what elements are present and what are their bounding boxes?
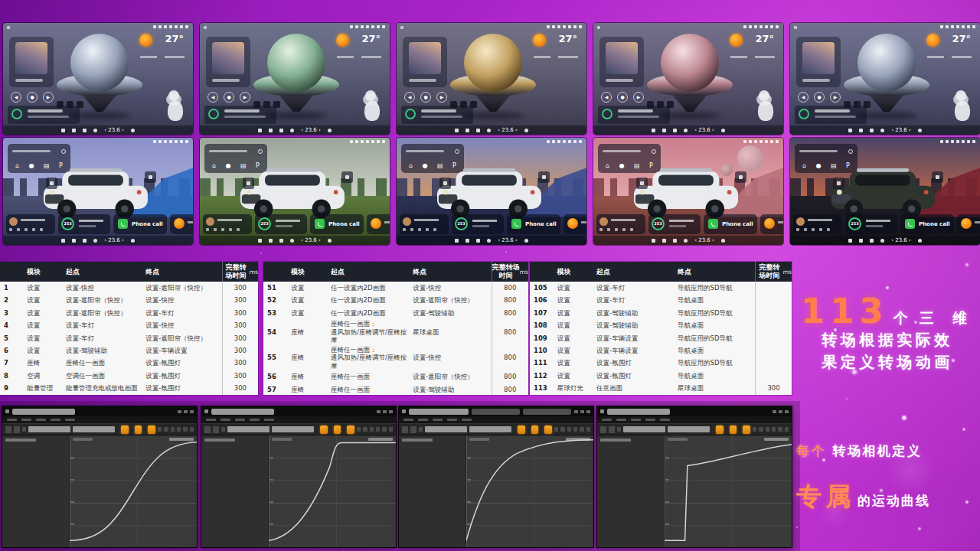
- tool-icon[interactable]: [402, 426, 408, 433]
- seat-memory-badge[interactable]: [647, 101, 654, 108]
- minimize-icon[interactable]: [178, 410, 181, 413]
- driver-profile-card[interactable]: [203, 214, 252, 234]
- user-icon[interactable]: ●: [29, 162, 34, 170]
- ar-control-button[interactable]: [439, 178, 451, 189]
- car-icon[interactable]: [673, 239, 677, 243]
- tool-icon[interactable]: [389, 427, 393, 432]
- curve-graph-area[interactable]: [70, 435, 197, 547]
- weather-widget[interactable]: 27°: [923, 32, 975, 64]
- seat-memory-badge[interactable]: [273, 101, 280, 108]
- key-button[interactable]: [544, 425, 552, 434]
- timeline-segment[interactable]: [73, 426, 115, 432]
- timeline-segment[interactable]: [28, 426, 70, 432]
- tool-icon[interactable]: [617, 427, 621, 432]
- window-tab[interactable]: [12, 409, 75, 415]
- phone-icon[interactable]: [487, 239, 491, 243]
- user-icon[interactable]: ●: [816, 162, 822, 170]
- phone-icon[interactable]: [93, 239, 97, 243]
- ar-control-button[interactable]: [243, 178, 254, 189]
- home-icon[interactable]: [455, 239, 459, 243]
- climate-temperature[interactable]: ‹ 23.6 ›: [694, 126, 714, 135]
- weather-mini-card[interactable]: [760, 214, 783, 234]
- timeline-segment[interactable]: [668, 426, 710, 432]
- tool-icon[interactable]: [158, 427, 162, 432]
- window-title-bar[interactable]: [399, 406, 593, 416]
- tool-icon[interactable]: [204, 426, 211, 433]
- phone-call-card[interactable]: Phone call: [310, 214, 364, 234]
- car-3d-model[interactable]: [38, 168, 154, 220]
- apps-icon[interactable]: [662, 239, 666, 243]
- voice-mic-button[interactable]: ●: [224, 92, 234, 103]
- driver-profile-card[interactable]: [793, 214, 842, 234]
- timeline-segment[interactable]: [227, 426, 270, 432]
- properties-sidebar[interactable]: [597, 435, 665, 547]
- voice-mic-button[interactable]: ●: [27, 92, 38, 103]
- key-button[interactable]: [334, 425, 341, 434]
- key-button[interactable]: [347, 425, 354, 434]
- music-player-card[interactable]: [796, 37, 841, 87]
- range-gauge-card[interactable]: 253: [58, 214, 110, 234]
- tool-icon[interactable]: [766, 427, 769, 432]
- maximize-icon[interactable]: [779, 410, 782, 413]
- previous-track-button[interactable]: ◀: [11, 92, 21, 103]
- close-icon[interactable]: [586, 410, 590, 413]
- user-icon[interactable]: ●: [226, 162, 231, 170]
- curve-graph-area[interactable]: [665, 435, 792, 547]
- window-title-bar[interactable]: [2, 406, 197, 416]
- apps-icon[interactable]: [662, 129, 666, 132]
- ar-control-button[interactable]: [341, 171, 353, 183]
- properties-sidebar[interactable]: [201, 435, 269, 547]
- timeline-segment[interactable]: [469, 426, 511, 432]
- fan-icon[interactable]: [721, 239, 725, 243]
- tool-icon[interactable]: [573, 427, 577, 432]
- search-input[interactable]: [209, 150, 247, 152]
- tool-icon[interactable]: [567, 427, 571, 432]
- curve-graph-area[interactable]: [269, 435, 396, 547]
- tool-icon[interactable]: [580, 427, 583, 432]
- tool-icon[interactable]: [554, 427, 558, 432]
- phone-call-card[interactable]: Phone call: [507, 214, 560, 234]
- timeline-segment[interactable]: [623, 426, 665, 432]
- key-button[interactable]: [320, 425, 328, 434]
- apps-icon[interactable]: [859, 239, 863, 243]
- tool-icon[interactable]: [600, 426, 606, 433]
- key-button[interactable]: [148, 425, 155, 434]
- weather-mini-card[interactable]: [170, 214, 193, 234]
- close-icon[interactable]: [785, 410, 789, 413]
- home-icon[interactable]: [652, 239, 655, 243]
- seat-memory-badge[interactable]: [460, 101, 467, 108]
- seat-memory-badge[interactable]: [657, 101, 664, 108]
- key-button[interactable]: [135, 425, 142, 434]
- climate-temperature[interactable]: ‹ 23.6 ›: [498, 126, 518, 135]
- tool-icon[interactable]: [560, 427, 564, 432]
- search-input[interactable]: [603, 150, 641, 152]
- next-track-button[interactable]: ▶: [830, 92, 841, 103]
- timeline-segment[interactable]: [272, 426, 314, 432]
- tool-icon[interactable]: [759, 427, 763, 432]
- car-icon[interactable]: [83, 239, 87, 243]
- timeline-segment[interactable]: [425, 426, 467, 432]
- climate-temperature[interactable]: ‹ 23.6 ›: [891, 126, 911, 135]
- range-gauge-card[interactable]: 253: [452, 214, 504, 234]
- apps-icon[interactable]: [269, 239, 273, 243]
- search-input[interactable]: [406, 150, 444, 152]
- weather-widget[interactable]: 27°: [727, 32, 779, 64]
- tool-icon[interactable]: [609, 426, 615, 433]
- window-tab[interactable]: [523, 409, 571, 415]
- minimize-icon[interactable]: [773, 410, 776, 413]
- maximize-icon[interactable]: [580, 410, 584, 413]
- home-icon[interactable]: ⌂: [802, 162, 806, 170]
- home-icon[interactable]: ⌂: [15, 162, 19, 170]
- tool-icon[interactable]: [410, 426, 416, 433]
- tool-icon[interactable]: [177, 427, 181, 432]
- home-icon[interactable]: ⌂: [212, 162, 216, 170]
- fan-icon[interactable]: [328, 239, 332, 243]
- search-input[interactable]: [12, 150, 51, 152]
- home-icon[interactable]: [848, 129, 852, 132]
- range-gauge-card[interactable]: 253: [255, 214, 307, 234]
- home-icon[interactable]: [455, 129, 459, 132]
- phone-call-card[interactable]: Phone call: [113, 214, 167, 234]
- car-3d-model[interactable]: [628, 168, 744, 220]
- menu-bar[interactable]: [399, 416, 593, 423]
- ar-control-button[interactable]: [538, 171, 550, 183]
